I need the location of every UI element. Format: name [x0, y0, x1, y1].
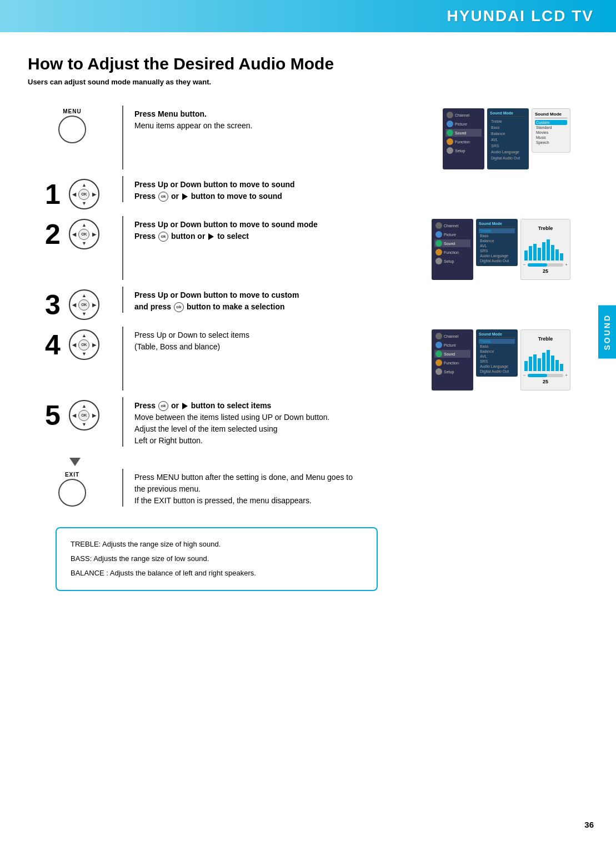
- step-3-number-area: 3 ▲ ▼ ◀ ▶ OK: [45, 289, 99, 320]
- menu-circle-button[interactable]: [58, 116, 86, 143]
- tv3-sub-avl: AVL: [479, 354, 515, 359]
- tv3-sub-digout: Digital Audio Out: [479, 369, 515, 374]
- exit-circle-button[interactable]: [58, 479, 86, 507]
- ok-icon-2: ok: [158, 232, 168, 242]
- step-5-text3: Adjust the level of the item selected us…: [134, 423, 570, 435]
- opt-standard: Standard: [535, 125, 567, 130]
- step-4-dpad-circle: ▲ ▼ ◀ ▶ OK: [69, 329, 99, 360]
- step-5-text1: Press ok or button to select items: [134, 400, 570, 412]
- step-5-number-area: 5 ▲ ▼ ◀ ▶ OK: [45, 400, 99, 430]
- tv3-slider-value: 25: [543, 379, 548, 384]
- tv2-menu-sound-active: Sound: [434, 239, 470, 247]
- tv2-sub-audlang: Audio Language: [479, 253, 515, 258]
- tv-menu-pic: Picture: [445, 120, 482, 128]
- sub1-treble: Treble: [490, 119, 526, 124]
- step-1-text1: Press Up or Down button to move to sound: [134, 179, 570, 191]
- dpad4-down-icon: ▼: [82, 351, 87, 357]
- step-3-left: 3 ▲ ▼ ◀ ▶ OK: [28, 287, 117, 320]
- step-2-text1: Press Up or Down button to move to sound…: [134, 219, 412, 231]
- tv-menu-panel3: Channel Picture Sound: [432, 329, 473, 391]
- sound2-icon: [435, 240, 442, 247]
- dpad5-right-icon: ▶: [92, 413, 96, 418]
- ok-icon-1: ok: [158, 192, 168, 202]
- svg-rect-3: [538, 248, 541, 261]
- step-4-dpad[interactable]: ▲ ▼ ◀ ▶ OK: [69, 329, 99, 360]
- svg-rect-14: [547, 350, 550, 371]
- step-1: 1 ▲ ▼ ◀ ▶ OK Press Up or Do: [28, 176, 570, 209]
- svg-rect-17: [560, 364, 563, 371]
- step-2-left: 2 ▲ ▼ ◀ ▶ OK: [28, 216, 117, 249]
- ch2-icon: [435, 222, 442, 229]
- sidebar-tab: SOUND: [598, 306, 616, 359]
- play-icon-5: [182, 403, 188, 409]
- func2-icon: [435, 249, 442, 256]
- tv2-submenu-title: Sound Mode: [479, 222, 515, 227]
- step-3-text2: and press ok button to make a selection: [134, 301, 570, 313]
- step-2-dpad-circle: ▲ ▼ ◀ ▶ OK: [69, 219, 99, 249]
- tv-submenu1: Sound Mode Treble Bass Balance AVL SRS A…: [487, 108, 529, 169]
- step-5-text2: Move between the items listed using UP o…: [134, 412, 570, 423]
- sub1-avl: AVL: [490, 137, 526, 142]
- tv3-slider-fill: [528, 374, 548, 377]
- tv3-slider-bar: [528, 374, 564, 377]
- menu-label: MENU: [63, 108, 81, 114]
- step-5-dpad[interactable]: ▲ ▼ ◀ ▶ OK: [69, 400, 99, 430]
- tv2-menu-ch: Channel: [434, 222, 470, 229]
- tv3-slider-row: − +: [523, 372, 568, 379]
- step-1-dpad[interactable]: ▲ ▼ ◀ ▶ OK: [69, 179, 99, 209]
- dpad-up-icon: ▲: [82, 182, 87, 188]
- tv2-slider-title: Treble: [538, 226, 553, 231]
- step-menu-left: MENU: [28, 106, 117, 143]
- equalizer-graphic: [523, 234, 568, 262]
- exit-label: EXIT: [65, 472, 79, 478]
- step-4-number-area: 4 ▲ ▼ ◀ ▶ OK: [45, 329, 99, 360]
- step-1-left: 1 ▲ ▼ ◀ ▶ OK: [28, 176, 117, 209]
- step-menu-text1: Press Menu button.: [134, 108, 423, 120]
- step-3-dpad-circle: ▲ ▼ ◀ ▶ OK: [69, 289, 99, 320]
- pic-icon: [447, 121, 453, 127]
- step-5-number: 5: [45, 402, 61, 429]
- func-icon: [447, 138, 453, 145]
- tv2-slider-value: 25: [543, 268, 548, 274]
- equalizer-graphic-2: [523, 344, 568, 372]
- screen3-container: Channel Picture Sound: [432, 329, 570, 391]
- step-2-number-area: 2 ▲ ▼ ◀ ▶ OK: [45, 219, 99, 249]
- step-3-dpad[interactable]: ▲ ▼ ◀ ▶ OK: [69, 289, 99, 320]
- dpad5-down-icon: ▼: [82, 422, 87, 427]
- tv3-sub-bass: Bass: [479, 344, 515, 349]
- dpad2-ok-inner[interactable]: OK: [78, 229, 89, 240]
- tv2-menu-setup: Setup: [434, 257, 470, 265]
- dpad2-up-icon: ▲: [82, 222, 87, 228]
- svg-rect-5: [547, 239, 550, 261]
- step-2-dpad[interactable]: ▲ ▼ ◀ ▶ OK: [69, 219, 99, 249]
- tv3-submenu-title: Sound Mode: [479, 332, 515, 338]
- svg-rect-11: [533, 354, 537, 371]
- tv3-sub-treble: Treble: [479, 339, 515, 344]
- tv3-menu-func: Function: [434, 359, 470, 367]
- tv-screen3: Channel Picture Sound: [432, 329, 570, 391]
- dpad4-ok-inner[interactable]: OK: [78, 339, 89, 351]
- menu-button-area: MENU: [58, 108, 86, 143]
- svg-rect-4: [542, 242, 545, 261]
- dpad5-ok-inner[interactable]: OK: [78, 410, 89, 421]
- tv2-slider-bar: [528, 263, 564, 267]
- dpad5-left-icon: ◀: [72, 413, 76, 418]
- step-5-text4: Left or Right button.: [134, 435, 570, 447]
- opt-speech: Speech: [535, 140, 567, 145]
- dpad3-ok-inner[interactable]: OK: [78, 299, 89, 311]
- step-1-number-area: 1 ▲ ▼ ◀ ▶ OK: [45, 179, 99, 209]
- dpad-ok-inner[interactable]: OK: [78, 189, 89, 200]
- svg-rect-1: [529, 246, 532, 261]
- submenu1-title: Sound Mode: [490, 111, 526, 117]
- step-1-number: 1: [45, 181, 61, 208]
- page-subtitle: Users can adjust sound mode manually as …: [28, 78, 570, 86]
- tv3-sub-balance: Balance: [479, 349, 515, 354]
- dpad4-up-icon: ▲: [82, 333, 87, 338]
- step-menu-text2: Menu items appear on the screen.: [134, 120, 423, 132]
- down-arrow-icon: [69, 458, 81, 466]
- dpad2-left-icon: ◀: [72, 232, 76, 237]
- svg-rect-10: [529, 357, 532, 371]
- tv3-menu-pic: Picture: [434, 341, 470, 349]
- dpad-right-icon: ▶: [92, 192, 96, 197]
- dpad3-down-icon: ▼: [82, 311, 87, 317]
